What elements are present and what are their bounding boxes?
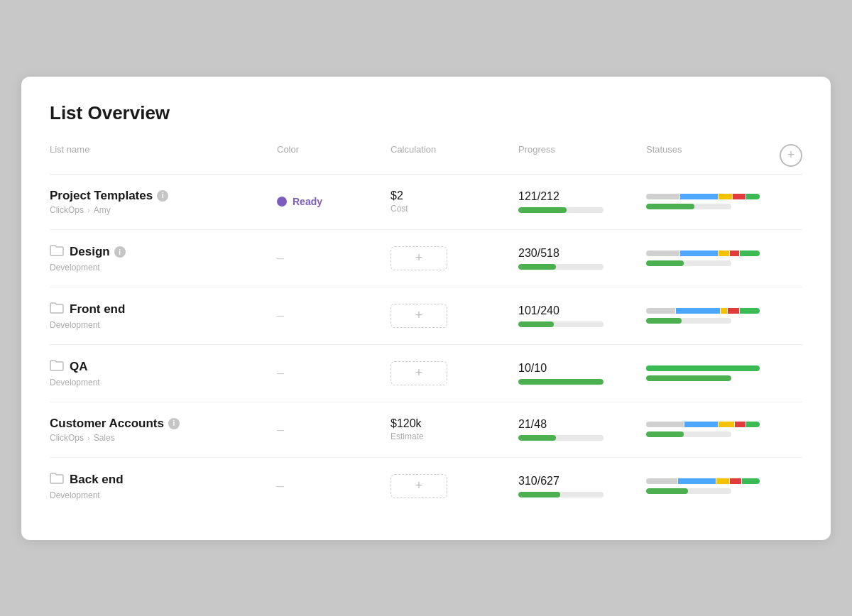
calc-type: Estimate <box>390 431 518 441</box>
list-sub-path: Development <box>50 320 277 330</box>
breadcrumb-arrow: › <box>87 206 90 214</box>
breadcrumb-arrow: › <box>87 434 90 442</box>
status-progress-bar-outer <box>646 431 731 437</box>
add-column-button[interactable]: + <box>780 144 802 167</box>
list-name-row: QA <box>50 359 277 375</box>
color-cell: – <box>277 478 390 493</box>
list-name-text: Design <box>70 245 110 259</box>
info-icon[interactable]: i <box>168 418 180 429</box>
progress-cell: 121/212 <box>518 190 646 213</box>
list-name-row: Front end <box>50 302 277 318</box>
calc-type: Cost <box>390 204 518 214</box>
progress-bar-outer <box>518 264 604 270</box>
table-header: List name Color Calculation Progress Sta… <box>50 144 802 175</box>
status-segmented-bar <box>646 251 760 256</box>
add-calculation-button[interactable]: + <box>390 361 447 385</box>
list-sub-path: Development <box>50 490 277 500</box>
list-name-row: Designi <box>50 244 277 260</box>
col-progress: Progress <box>518 144 646 167</box>
statuses-cell <box>646 365 802 381</box>
status-progress-bar-outer <box>646 488 731 494</box>
color-dash: – <box>277 365 284 380</box>
list-name-cell: Project TemplatesiClickOps›Amy <box>50 189 277 215</box>
status-progress-bar-outer <box>646 318 731 324</box>
progress-fraction: 101/240 <box>518 304 646 317</box>
status-progress-bar-inner <box>646 318 682 324</box>
list-name-text: Back end <box>70 473 124 487</box>
progress-bar-outer <box>518 492 604 497</box>
status-segment <box>646 478 677 484</box>
list-name-row: Customer Accountsi <box>50 417 277 431</box>
progress-cell: 310/627 <box>518 475 646 497</box>
status-progress-bar-inner <box>646 204 694 209</box>
calculation-cell: + <box>390 474 518 498</box>
status-segment <box>746 422 760 427</box>
status-segment <box>733 194 746 199</box>
progress-bar-inner <box>518 207 567 213</box>
list-name-cell: Customer AccountsiClickOps›Sales <box>50 417 277 443</box>
progress-fraction: 310/627 <box>518 475 646 488</box>
list-overview-card: List Overview List name Color Calculatio… <box>21 77 831 540</box>
col-color: Color <box>277 144 390 167</box>
progress-bar-inner <box>518 264 556 270</box>
status-progress-bar-outer <box>646 260 731 266</box>
info-icon[interactable]: i <box>114 246 126 258</box>
status-progress-bar-inner <box>646 375 731 381</box>
progress-fraction: 230/518 <box>518 247 646 260</box>
calculation-cell: + <box>390 246 518 270</box>
status-segment <box>721 308 727 314</box>
list-name-cell: Front endDevelopment <box>50 302 277 330</box>
color-dash: – <box>277 422 284 437</box>
color-dash: – <box>277 478 284 493</box>
folder-icon <box>50 244 64 260</box>
color-cell: – <box>277 308 390 323</box>
list-name-text: Customer Accounts <box>50 417 164 431</box>
add-calculation-button[interactable]: + <box>390 474 447 498</box>
status-segment <box>680 194 718 199</box>
calculation-cell: $2Cost <box>390 189 518 214</box>
statuses-cell <box>646 308 802 324</box>
progress-cell: 10/10 <box>518 362 646 385</box>
list-name-text: Front end <box>70 302 125 317</box>
table-row: Customer AccountsiClickOps›Sales–$120kEs… <box>50 402 802 458</box>
status-segmented-bar <box>646 365 760 371</box>
status-segment <box>646 422 684 427</box>
folder-icon <box>50 472 64 488</box>
calc-value: $2 <box>390 189 518 202</box>
status-segment <box>646 251 679 256</box>
info-icon[interactable]: i <box>157 190 168 202</box>
status-progress-bar-inner <box>646 260 684 266</box>
list-name-text: Project Templates <box>50 189 153 203</box>
table-row: QADevelopment–+10/10 <box>50 345 802 402</box>
list-sub-path: Development <box>50 263 277 273</box>
folder-icon <box>50 302 64 318</box>
progress-fraction: 10/10 <box>518 362 646 375</box>
status-progress-bar-inner <box>646 431 684 437</box>
status-segment <box>740 308 760 314</box>
status-segmented-bar <box>646 422 760 427</box>
add-calculation-button[interactable]: + <box>390 304 447 328</box>
progress-bar-inner <box>518 435 556 441</box>
col-calculation: Calculation <box>390 144 518 167</box>
calculation-cell: + <box>390 304 518 328</box>
status-segment <box>730 251 738 256</box>
progress-cell: 230/518 <box>518 247 646 270</box>
status-segment <box>676 308 720 314</box>
progress-bar-outer <box>518 321 604 327</box>
status-segmented-bar <box>646 478 760 484</box>
table-row: DesigniDevelopment–+230/518 <box>50 230 802 287</box>
folder-icon <box>50 359 64 375</box>
status-segment <box>740 251 760 256</box>
progress-fraction: 121/212 <box>518 190 646 203</box>
table-row: Back endDevelopment–+310/627 <box>50 458 802 515</box>
calculation-cell: + <box>390 361 518 385</box>
progress-cell: 101/240 <box>518 304 646 327</box>
list-name-row: Back end <box>50 472 277 488</box>
color-cell: – <box>277 422 390 437</box>
status-segmented-bar <box>646 308 760 314</box>
color-dash: – <box>277 251 284 265</box>
add-calculation-button[interactable]: + <box>390 246 447 270</box>
progress-cell: 21/48 <box>518 418 646 441</box>
status-progress-bar-outer <box>646 375 731 381</box>
statuses-cell <box>646 478 802 494</box>
